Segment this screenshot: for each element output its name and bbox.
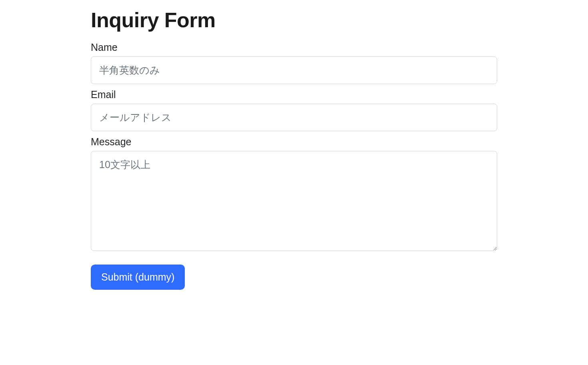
email-input[interactable] <box>91 104 497 131</box>
name-group: Name <box>91 42 497 89</box>
message-label: Message <box>91 136 497 148</box>
name-input[interactable] <box>91 56 497 84</box>
email-label: Email <box>91 89 497 100</box>
submit-button[interactable]: Submit (dummy) <box>91 265 185 290</box>
message-textarea[interactable] <box>91 151 497 251</box>
name-label: Name <box>91 42 497 53</box>
form-container: Inquiry Form Name Email Message Submit (… <box>86 8 502 290</box>
message-group: Message <box>91 136 497 257</box>
inquiry-form: Name Email Message Submit (dummy) <box>91 42 497 290</box>
email-group: Email <box>91 89 497 136</box>
page-title: Inquiry Form <box>91 8 497 32</box>
